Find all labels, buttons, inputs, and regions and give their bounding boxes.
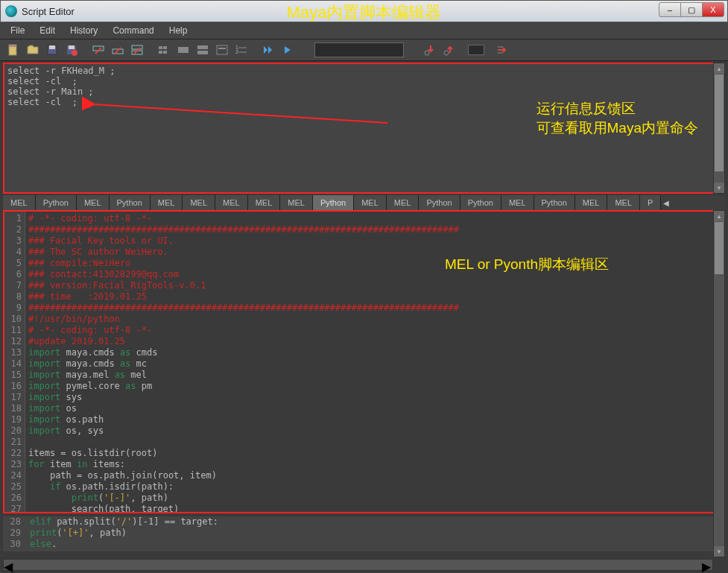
scroll-down-icon[interactable]: ▼ <box>714 183 724 193</box>
script-tabs: MELPythonMELPythonMELMELMELMELMELPythonM… <box>3 195 725 210</box>
tab-python-15[interactable]: Python <box>534 195 575 210</box>
echo-icon[interactable] <box>213 41 231 59</box>
svg-rect-12 <box>163 46 167 49</box>
svg-rect-5 <box>69 45 75 49</box>
line-numbers-icon[interactable]: 12 <box>232 41 250 59</box>
svg-rect-14 <box>163 51 167 54</box>
scroll-right-icon[interactable]: ▶ <box>702 560 712 570</box>
tab-mel-0[interactable]: MEL <box>3 195 36 210</box>
svg-rect-11 <box>159 46 162 49</box>
minimize-button[interactable]: – <box>659 2 681 17</box>
clear-input-icon[interactable] <box>109 41 127 59</box>
search-down-icon[interactable] <box>422 41 440 59</box>
tab-python-12[interactable]: Python <box>419 195 460 210</box>
scroll-up-icon[interactable]: ▲ <box>714 211 724 221</box>
app-icon <box>5 5 17 17</box>
tab-python-9[interactable]: Python <box>313 195 354 210</box>
tab-mel-6[interactable]: MEL <box>215 195 248 210</box>
execute-all-icon[interactable] <box>259 41 277 59</box>
save-script-icon[interactable] <box>43 41 61 59</box>
new-script-icon[interactable] <box>4 41 22 59</box>
tab-mel-4[interactable]: MEL <box>151 195 183 210</box>
menu-history[interactable]: History <box>64 24 104 37</box>
tab-mel-8[interactable]: MEL <box>280 195 313 210</box>
svg-point-25 <box>444 51 449 55</box>
search-input[interactable] <box>314 42 404 57</box>
svg-rect-19 <box>218 48 226 49</box>
tab-scroll-icon[interactable]: ◀ <box>661 195 671 210</box>
svg-point-6 <box>72 50 77 56</box>
tab-mel-10[interactable]: MEL <box>354 195 387 210</box>
editor-scrollbar-v[interactable]: ▲ ▼ <box>713 210 725 557</box>
tab-mel-5[interactable]: MEL <box>183 195 215 210</box>
both-icon[interactable] <box>194 41 212 59</box>
scroll-thumb[interactable] <box>715 222 724 274</box>
history-icon[interactable] <box>155 41 173 59</box>
menu-edit[interactable]: Edit <box>34 24 61 37</box>
svg-rect-18 <box>217 45 227 54</box>
editor-panel[interactable]: 1234567891011121314151617181920212223242… <box>3 210 725 513</box>
tab-mel-11[interactable]: MEL <box>387 195 420 210</box>
scroll-up-icon[interactable]: ▲ <box>714 63 724 74</box>
maximize-button[interactable]: ▢ <box>680 2 703 17</box>
output-scrollbar-v[interactable]: ▲ ▼ <box>713 63 725 194</box>
tab-mel-16[interactable]: MEL <box>575 195 608 210</box>
editor-scrollbar-h[interactable]: ◀ ▶ <box>3 559 713 571</box>
svg-rect-1 <box>9 45 16 47</box>
scroll-thumb[interactable] <box>14 560 312 569</box>
svg-rect-9 <box>132 45 142 49</box>
svg-text:2: 2 <box>235 49 238 54</box>
menu-help[interactable]: Help <box>163 24 194 37</box>
svg-rect-15 <box>178 47 189 53</box>
menu-file[interactable]: File <box>4 24 31 37</box>
save-to-shelf-icon[interactable] <box>63 41 80 59</box>
tab-python-3[interactable]: Python <box>110 195 151 210</box>
window-titlebar[interactable]: Script Editor – ▢ X <box>0 0 728 22</box>
window-title: Script Editor <box>22 6 75 17</box>
tab-mel-2[interactable]: MEL <box>77 195 110 210</box>
scroll-down-icon[interactable]: ▼ <box>714 546 724 557</box>
code-text[interactable]: # -*- coding: utf-8 -*-#################… <box>25 212 724 512</box>
scroll-left-icon[interactable]: ◀ <box>4 560 14 570</box>
tab-python-1[interactable]: Python <box>36 195 77 210</box>
menu-command[interactable]: Command <box>107 24 159 37</box>
scroll-thumb[interactable] <box>715 75 724 171</box>
goto-line-icon[interactable] <box>493 41 511 59</box>
open-script-icon[interactable] <box>24 41 42 59</box>
close-button[interactable]: X <box>702 2 724 17</box>
line-gutter: 1234567891011121314151617181920212223242… <box>4 212 25 512</box>
search-up-icon[interactable] <box>441 41 459 59</box>
clear-all-icon[interactable] <box>128 41 146 59</box>
svg-rect-13 <box>159 51 162 54</box>
tab-p-18[interactable]: P <box>640 195 661 210</box>
tab-python-13[interactable]: Python <box>460 195 501 210</box>
replace-field[interactable] <box>468 45 484 55</box>
clear-history-icon[interactable] <box>89 41 107 59</box>
svg-rect-3 <box>49 45 55 49</box>
svg-point-24 <box>425 51 429 55</box>
tab-mel-7[interactable]: MEL <box>248 195 281 210</box>
editor-overflow[interactable]: 282930 elif path.split('/')[-1] == targe… <box>3 516 725 551</box>
input-icon[interactable] <box>174 41 192 59</box>
output-text: select -r FKHead_M ; select -cl ; select… <box>4 64 724 109</box>
menubar: FileEditHistoryCommandHelp <box>0 22 728 39</box>
svg-rect-16 <box>197 45 208 49</box>
output-panel[interactable]: select -r FKHead_M ; select -cl ; select… <box>3 63 725 194</box>
svg-rect-17 <box>197 51 208 54</box>
tab-mel-17[interactable]: MEL <box>607 195 640 210</box>
execute-icon[interactable] <box>279 41 297 59</box>
toolbar: 12 <box>0 39 728 61</box>
tab-mel-14[interactable]: MEL <box>501 195 534 210</box>
